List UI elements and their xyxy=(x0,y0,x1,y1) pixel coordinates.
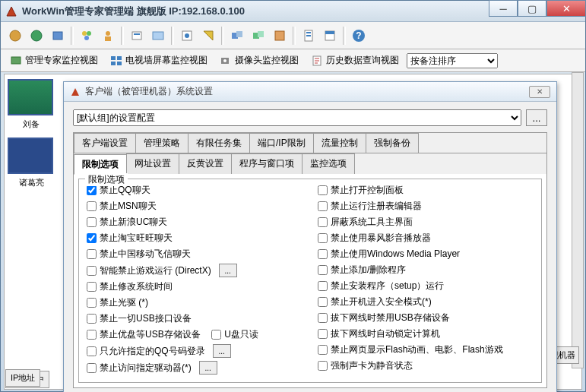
toolbar-icon-7[interactable] xyxy=(148,26,168,46)
check-all-usb[interactable]: 禁止一切USB接口设备 xyxy=(87,312,303,325)
dots-button[interactable]: ... xyxy=(199,361,217,375)
tab-url-settings[interactable]: 网址设置 xyxy=(126,153,179,174)
tab-flow-control[interactable]: 流量控制 xyxy=(313,133,366,153)
checkbox[interactable] xyxy=(87,330,97,340)
toolbar-icon-4[interactable] xyxy=(77,26,97,46)
toolbar-icon-13[interactable] xyxy=(299,26,318,46)
tab-force-backup[interactable]: 强制备份 xyxy=(366,133,419,153)
checkbox[interactable] xyxy=(318,361,328,371)
view-tab-tvwall[interactable]: 电视墙屏幕监控视图 xyxy=(106,52,212,68)
check-systime[interactable]: 禁止修改系统时间 xyxy=(87,280,303,293)
svg-rect-7 xyxy=(105,36,111,41)
dots-button[interactable]: ... xyxy=(213,344,231,358)
check-col-right: 禁止打开控制面板 禁止运行注册表编辑器 屏蔽系统工具主界面 禁止使用暴风影音播放… xyxy=(318,184,534,375)
toolbar-icon-2[interactable] xyxy=(27,26,46,46)
checkbox[interactable] xyxy=(87,266,97,276)
tab-antiporn[interactable]: 反黄设置 xyxy=(179,153,232,174)
checkbox[interactable] xyxy=(318,313,328,323)
check-wmp[interactable]: 禁止使用Windows Media Player xyxy=(318,248,534,261)
checkbox[interactable] xyxy=(318,217,328,227)
check-directx-games[interactable]: 智能禁止游戏运行 (DirectX)... xyxy=(87,264,303,277)
checkbox[interactable] xyxy=(87,249,97,259)
toolbar-icon-10[interactable] xyxy=(227,26,247,46)
checkbox[interactable] xyxy=(318,265,328,275)
checkbox-usb-readonly[interactable] xyxy=(211,330,221,340)
tab-restrict-options[interactable]: 限制选项 xyxy=(74,154,127,175)
check-wangwang[interactable]: 禁止淘宝旺旺聊天 xyxy=(87,232,303,245)
check-fetion[interactable]: 禁止中国移动飞信聊天 xyxy=(87,248,303,261)
check-usb-storage[interactable]: 禁止优盘等USB存储设备 U盘只读 xyxy=(87,328,303,341)
check-grid: 禁止QQ聊天 禁止MSN聊天 禁止新浪UC聊天 禁止淘宝旺旺聊天 禁止中国移动飞… xyxy=(87,184,534,375)
client-thumb[interactable] xyxy=(8,79,53,115)
vertical-scrollbar[interactable] xyxy=(572,72,584,368)
view-tab-monitor[interactable]: 管理专家监控视图 xyxy=(5,52,103,68)
toolbar-icon-9[interactable] xyxy=(198,26,218,46)
tab-limited-tasks[interactable]: 有限任务集 xyxy=(188,133,250,153)
check-safemode[interactable]: 禁止开机进入安全模式(*) xyxy=(318,296,534,308)
bottom-tab-ip[interactable]: IP地址 xyxy=(5,369,40,387)
toolbar-icon-12[interactable] xyxy=(270,26,290,46)
svg-rect-8 xyxy=(132,32,141,40)
check-regedit[interactable]: 禁止运行注册表编辑器 xyxy=(318,200,534,213)
check-netcable-usb[interactable]: 拔下网线时禁用USB存储设备 xyxy=(318,311,534,324)
check-cdrom[interactable]: 禁止光驱 (*) xyxy=(87,296,303,309)
tab-client-settings[interactable]: 客户端设置 xyxy=(74,133,136,153)
tab-monitor-options[interactable]: 监控选项 xyxy=(302,153,355,174)
checkbox[interactable] xyxy=(87,185,97,195)
tab-manage-policy[interactable]: 管理策略 xyxy=(135,133,188,153)
check-control-panel[interactable]: 禁止打开控制面板 xyxy=(318,184,534,197)
sort-select[interactable]: 按备注排序 xyxy=(407,53,498,68)
checkbox[interactable] xyxy=(87,314,97,324)
check-qq-whitelist[interactable]: 只允许指定的QQ号码登录... xyxy=(87,344,303,358)
check-drive-access[interactable]: 禁止访问指定驱动器(*)... xyxy=(87,361,303,375)
checkbox[interactable] xyxy=(318,281,328,291)
check-netcable-lock[interactable]: 拔下网线时自动锁定计算机 xyxy=(318,327,534,340)
check-flash[interactable]: 禁止网页显示Flash动画、电影、Flash游戏 xyxy=(318,343,534,356)
checkbox[interactable] xyxy=(318,185,328,195)
checkbox[interactable] xyxy=(87,233,97,243)
check-msn[interactable]: 禁止MSN聊天 xyxy=(87,200,303,213)
checkbox[interactable] xyxy=(318,345,328,355)
view-tabs-bar: 管理专家监控视图 电视墙屏幕监控视图 摄像头监控视图 历史数据查询视图 按备注排… xyxy=(1,49,585,72)
toolbar-icon-1[interactable] xyxy=(5,26,25,46)
config-group-select[interactable]: [默认组]的设置配置 xyxy=(73,109,521,126)
checkbox[interactable] xyxy=(87,282,97,292)
checkbox[interactable] xyxy=(318,201,328,211)
toolbar-icon-5[interactable] xyxy=(98,26,118,46)
checkbox[interactable] xyxy=(87,363,97,373)
minimize-button[interactable]: ─ xyxy=(489,0,518,17)
checkbox[interactable] xyxy=(318,249,328,259)
check-setup[interactable]: 禁止安装程序（setup）运行 xyxy=(318,280,534,292)
checkbox[interactable] xyxy=(87,217,97,227)
close-button[interactable]: ✕ xyxy=(546,0,586,17)
view-tab-history[interactable]: 历史数据查询视图 xyxy=(306,52,404,68)
toolbar-icon-8[interactable] xyxy=(177,26,197,46)
toolbar-icon-14[interactable] xyxy=(320,26,340,46)
dots-button[interactable]: ... xyxy=(219,264,237,277)
check-sina-uc[interactable]: 禁止新浪UC聊天 xyxy=(87,216,303,229)
toolbar-separator xyxy=(71,27,74,45)
view-tab-camera[interactable]: 摄像头监控视图 xyxy=(215,52,303,68)
toolbar-icon-3[interactable] xyxy=(48,26,68,46)
tab-program-window[interactable]: 程序与窗口项 xyxy=(231,153,303,174)
svg-rect-28 xyxy=(111,62,116,65)
checkbox[interactable] xyxy=(87,346,97,356)
dialog-close-button[interactable]: ✕ xyxy=(529,86,550,98)
group-title: 限制选项 xyxy=(85,173,128,186)
client-thumb[interactable] xyxy=(8,138,53,174)
toolbar-icon-15[interactable]: ? xyxy=(349,26,369,46)
toolbar-icon-11[interactable] xyxy=(249,26,268,46)
checkbox[interactable] xyxy=(318,233,328,243)
checkbox[interactable] xyxy=(318,297,328,307)
check-baofeng[interactable]: 禁止使用暴风影音播放器 xyxy=(318,232,534,245)
checkbox[interactable] xyxy=(318,329,328,339)
check-systools-ui[interactable]: 屏蔽系统工具主界面 xyxy=(318,216,534,229)
checkbox[interactable] xyxy=(87,201,97,211)
maximize-button[interactable]: ▢ xyxy=(518,0,546,17)
check-mute[interactable]: 强制声卡为静音状态 xyxy=(318,359,534,372)
checkbox[interactable] xyxy=(87,298,97,308)
check-addremove[interactable]: 禁止添加/删除程序 xyxy=(318,264,534,277)
config-more-button[interactable]: ... xyxy=(526,109,547,126)
tab-port-ip[interactable]: 端口/IP限制 xyxy=(249,133,314,153)
toolbar-icon-6[interactable] xyxy=(127,26,147,46)
